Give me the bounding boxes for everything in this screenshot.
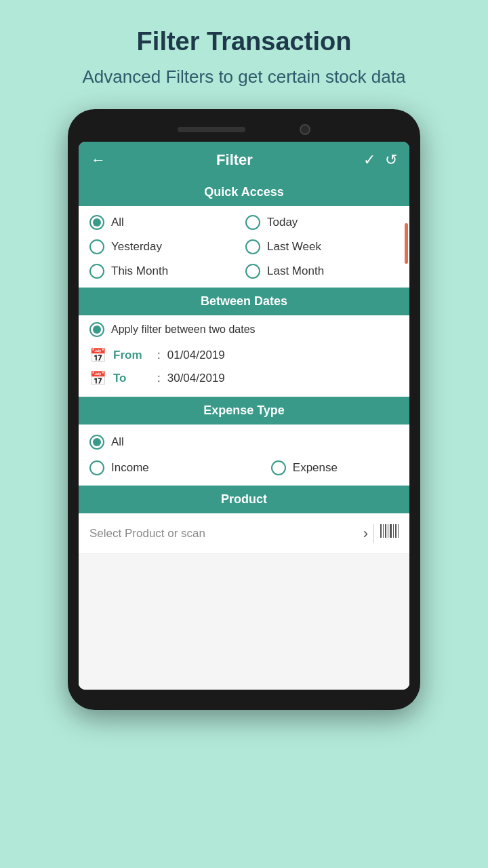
svg-rect-7: [398, 524, 399, 538]
svg-rect-4: [390, 524, 392, 538]
scroll-hint: [405, 223, 408, 264]
product-placeholder: Select Product or scan: [89, 527, 205, 540]
expense-all-circle[interactable]: [89, 435, 104, 450]
radio-yesterday-label: Yesterday: [111, 240, 162, 254]
from-date-row[interactable]: 📅 From : 01/04/2019: [89, 344, 399, 367]
product-arrow-icon[interactable]: ›: [363, 525, 368, 542]
product-row[interactable]: Select Product or scan ›: [79, 513, 409, 554]
radio-all-label: All: [111, 216, 124, 229]
to-date-row[interactable]: 📅 To : 30/04/2019: [89, 367, 399, 390]
page-subtitle: Advanced Filters to get certain stock da…: [83, 64, 406, 89]
product-actions: ›: [363, 523, 399, 544]
expense-radio[interactable]: Expense: [271, 457, 338, 479]
screen-content: Quick Access All Today Yesterday: [79, 178, 409, 690]
radio-last-week[interactable]: Last Week: [245, 236, 399, 258]
expense-all-label: All: [111, 435, 124, 449]
radio-yesterday-circle[interactable]: [89, 239, 104, 254]
radio-last-week-circle[interactable]: [245, 239, 260, 254]
confirm-button[interactable]: ✓: [363, 151, 375, 169]
page-title: Filter Transaction: [83, 27, 406, 56]
expense-type-body: All Income Expense: [79, 425, 409, 486]
to-date-value: 30/04/2019: [167, 372, 225, 385]
svg-rect-0: [380, 524, 382, 538]
svg-rect-3: [388, 524, 388, 538]
phone-screen: ← Filter ✓ ↺ Quick Access All: [79, 142, 409, 690]
calendar-from-icon: 📅: [89, 347, 106, 363]
back-button[interactable]: ←: [91, 151, 106, 169]
header-title: Filter: [216, 151, 253, 169]
quick-access-header: Quick Access: [79, 178, 409, 206]
apply-filter-row[interactable]: Apply filter between two dates: [89, 322, 399, 344]
app-header: ← Filter ✓ ↺: [79, 142, 409, 178]
radio-all[interactable]: All: [89, 212, 243, 233]
income-radio[interactable]: Income: [89, 457, 149, 479]
radio-this-month[interactable]: This Month: [89, 260, 243, 282]
income-circle[interactable]: [89, 460, 104, 475]
radio-last-month-label: Last Month: [267, 264, 324, 278]
header-icons: ✓ ↺: [363, 151, 397, 169]
svg-rect-1: [383, 524, 384, 538]
phone-top-bar: [79, 121, 409, 142]
apply-filter-radio[interactable]: [89, 322, 104, 337]
radio-this-month-label: This Month: [111, 264, 168, 278]
from-label: From: [113, 349, 150, 362]
phone-shell: ← Filter ✓ ↺ Quick Access All: [68, 109, 420, 710]
from-separator: :: [157, 349, 161, 362]
svg-rect-5: [393, 524, 394, 538]
reset-button[interactable]: ↺: [385, 151, 397, 169]
radio-last-month[interactable]: Last Month: [245, 260, 399, 282]
radio-yesterday[interactable]: Yesterday: [89, 236, 243, 258]
to-label: To: [113, 372, 150, 385]
radio-this-month-circle[interactable]: [89, 264, 104, 279]
page-header: Filter Transaction Advanced Filters to g…: [42, 0, 447, 102]
radio-today-circle[interactable]: [245, 215, 260, 230]
calendar-to-icon: 📅: [89, 370, 106, 387]
quick-access-options: All Today Yesterday Last Week: [79, 206, 409, 288]
radio-all-circle[interactable]: [89, 215, 104, 230]
expense-all-radio[interactable]: All: [89, 431, 399, 453]
svg-rect-2: [385, 524, 386, 538]
product-header: Product: [79, 486, 409, 513]
screen-wrapper: ← Filter ✓ ↺ Quick Access All: [79, 142, 409, 690]
phone-camera: [300, 124, 310, 135]
phone-speaker: [178, 127, 245, 132]
product-divider: [373, 524, 374, 543]
to-separator: :: [157, 372, 161, 385]
bottom-area: [79, 554, 409, 690]
between-dates-body: Apply filter between two dates 📅 From : …: [79, 315, 409, 397]
between-dates-header: Between Dates: [79, 288, 409, 315]
income-label: Income: [111, 461, 149, 475]
apply-filter-label: Apply filter between two dates: [111, 323, 256, 336]
from-date-value: 01/04/2019: [167, 349, 225, 362]
barcode-icon[interactable]: [380, 523, 399, 544]
expense-label: Expense: [293, 461, 338, 475]
svg-rect-6: [395, 524, 396, 538]
radio-today-label: Today: [267, 216, 298, 229]
expense-circle[interactable]: [271, 460, 286, 475]
expense-type-header: Expense Type: [79, 397, 409, 425]
radio-last-month-circle[interactable]: [245, 264, 260, 279]
radio-today[interactable]: Today: [245, 212, 399, 233]
radio-last-week-label: Last Week: [267, 240, 321, 254]
